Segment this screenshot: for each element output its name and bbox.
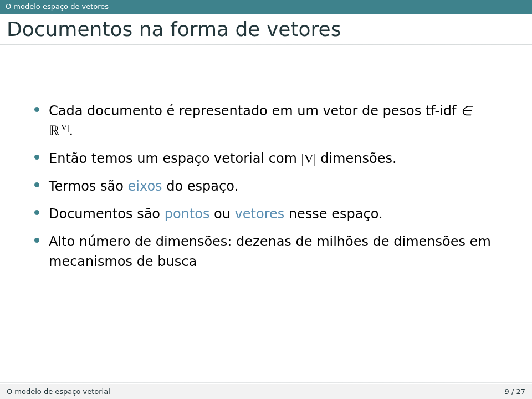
- footer-left: O modelo de espaço vetorial: [7, 387, 110, 396]
- footer-right: 9 / 27: [505, 387, 525, 396]
- text: Cada documento é representado em um veto…: [49, 103, 461, 119]
- bullet-icon: [34, 107, 39, 112]
- list-item: Alto número de dimensões: dezenas de mil…: [34, 232, 498, 272]
- text: ou: [209, 206, 234, 222]
- highlight: eixos: [128, 178, 162, 194]
- bullet-icon: [34, 238, 39, 243]
- bullet-icon: [34, 155, 39, 160]
- highlight: vetores: [235, 206, 285, 222]
- text: Alto número de dimensões: dezenas de mil…: [49, 234, 491, 269]
- header-bar: O modelo espaço de vetores: [0, 0, 532, 14]
- text: Termos são: [49, 178, 128, 194]
- bullet-list: Cada documento é representado em um veto…: [34, 101, 498, 272]
- title-band: Documentos na forma de vetores: [0, 14, 532, 44]
- list-item: Então temos um espaço vetorial com |V| d…: [34, 149, 498, 168]
- text: Documentos são: [49, 206, 165, 222]
- text: dimensões.: [316, 151, 397, 166]
- slide-title: Documentos na forma de vetores: [7, 18, 525, 40]
- footer-bar: O modelo de espaço vetorial 9 / 27: [0, 384, 532, 399]
- header-section: O modelo espaço de vetores: [6, 2, 109, 11]
- list-item: Cada documento é representado em um veto…: [34, 101, 498, 141]
- list-item: Termos são eixos do espaço.: [34, 176, 498, 196]
- bullet-icon: [34, 182, 39, 187]
- math-prefix: ∈: [461, 104, 472, 118]
- content-area: Cada documento é representado em um veto…: [0, 45, 532, 399]
- highlight: pontos: [165, 206, 210, 222]
- math-R: ℝ: [49, 124, 59, 138]
- bullet-icon: [34, 210, 39, 215]
- text: Então temos um espaço vetorial com: [49, 151, 301, 166]
- text: do espaço.: [162, 178, 238, 194]
- slide: O modelo espaço de vetores Documentos na…: [0, 0, 532, 399]
- math-var: |V|: [301, 151, 316, 166]
- math-sup: |V|: [59, 122, 69, 132]
- text: .: [69, 123, 74, 139]
- footer-shadow: [0, 382, 532, 383]
- list-item: Documentos são pontos ou vetores nesse e…: [34, 204, 498, 224]
- text: nesse espaço.: [284, 206, 382, 222]
